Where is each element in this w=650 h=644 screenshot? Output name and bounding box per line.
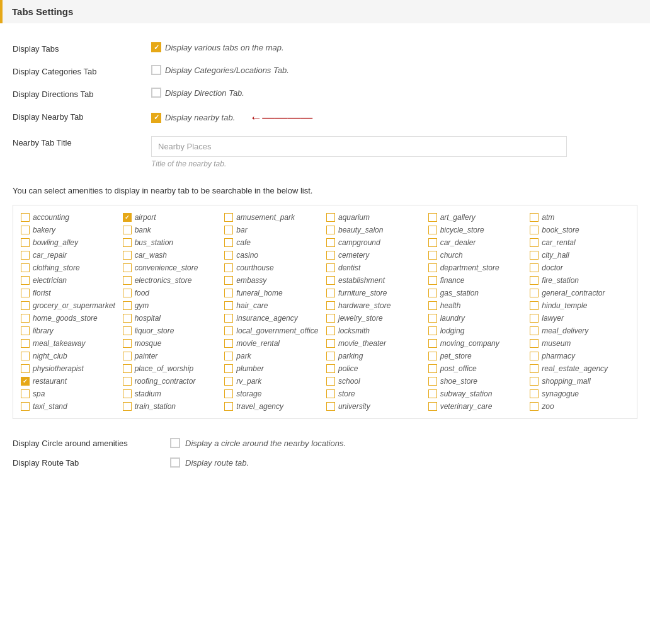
amenity-checkbox-book_store[interactable] bbox=[530, 226, 539, 234]
amenity-checkbox-bakery[interactable] bbox=[21, 226, 30, 234]
amenity-checkbox-hindu_temple[interactable] bbox=[530, 301, 539, 310]
amenity-checkbox-locksmith[interactable] bbox=[326, 326, 335, 335]
amenity-checkbox-courthouse[interactable] bbox=[224, 263, 233, 272]
amenity-checkbox-travel_agency[interactable] bbox=[224, 402, 233, 411]
amenity-checkbox-shopping_mall[interactable] bbox=[530, 377, 539, 386]
amenity-checkbox-clothing_store[interactable] bbox=[21, 263, 30, 272]
amenity-checkbox-accounting[interactable] bbox=[21, 213, 30, 222]
amenity-checkbox-food[interactable] bbox=[123, 289, 132, 297]
amenity-checkbox-mosque[interactable] bbox=[123, 339, 132, 348]
display-tabs-checkbox[interactable] bbox=[151, 42, 161, 52]
amenity-checkbox-hair_care[interactable] bbox=[224, 301, 233, 310]
amenity-checkbox-local_government_office[interactable] bbox=[224, 326, 233, 335]
amenity-checkbox-taxi_stand[interactable] bbox=[21, 402, 30, 411]
amenity-checkbox-shoe_store[interactable] bbox=[428, 377, 437, 386]
amenity-checkbox-restaurant[interactable] bbox=[21, 377, 30, 386]
amenity-checkbox-real_estate_agency[interactable] bbox=[530, 364, 539, 373]
amenity-checkbox-church[interactable] bbox=[428, 251, 437, 260]
amenity-checkbox-school[interactable] bbox=[326, 377, 335, 386]
amenity-checkbox-hospital[interactable] bbox=[123, 314, 132, 323]
amenity-checkbox-convenience_store[interactable] bbox=[123, 263, 132, 272]
amenity-checkbox-amusement_park[interactable] bbox=[224, 213, 233, 222]
display-directions-checkbox[interactable] bbox=[151, 88, 161, 98]
display-categories-checkbox[interactable] bbox=[151, 65, 161, 75]
amenity-checkbox-night_club[interactable] bbox=[21, 352, 30, 360]
amenity-checkbox-art_gallery[interactable] bbox=[428, 213, 437, 222]
amenity-checkbox-doctor[interactable] bbox=[530, 263, 539, 272]
amenity-checkbox-campground[interactable] bbox=[326, 238, 335, 247]
amenity-checkbox-park[interactable] bbox=[224, 352, 233, 360]
amenity-checkbox-car_repair[interactable] bbox=[21, 251, 30, 260]
amenity-checkbox-museum[interactable] bbox=[530, 339, 539, 348]
amenity-checkbox-hardware_store[interactable] bbox=[326, 301, 335, 310]
amenity-checkbox-meal_delivery[interactable] bbox=[530, 326, 539, 335]
amenity-checkbox-subway_station[interactable] bbox=[428, 389, 437, 398]
amenity-checkbox-bicycle_store[interactable] bbox=[428, 226, 437, 234]
nearby-title-input[interactable] bbox=[151, 136, 567, 157]
amenity-checkbox-store[interactable] bbox=[326, 389, 335, 398]
amenity-checkbox-home_goods_store[interactable] bbox=[21, 314, 30, 323]
amenity-checkbox-laundry[interactable] bbox=[428, 314, 437, 323]
display-nearby-checkbox-wrapper[interactable]: Display nearby tab. bbox=[151, 113, 235, 123]
amenity-checkbox-department_store[interactable] bbox=[428, 263, 437, 272]
amenity-checkbox-spa[interactable] bbox=[21, 389, 30, 398]
amenity-checkbox-moving_company[interactable] bbox=[428, 339, 437, 348]
amenity-checkbox-liquor_store[interactable] bbox=[123, 326, 132, 335]
amenity-checkbox-post_office[interactable] bbox=[428, 364, 437, 373]
amenity-checkbox-library[interactable] bbox=[21, 326, 30, 335]
amenity-checkbox-beauty_salon[interactable] bbox=[326, 226, 335, 234]
amenity-checkbox-storage[interactable] bbox=[224, 389, 233, 398]
amenity-checkbox-movie_theater[interactable] bbox=[326, 339, 335, 348]
amenity-checkbox-pet_store[interactable] bbox=[428, 352, 437, 360]
amenity-checkbox-bus_station[interactable] bbox=[123, 238, 132, 247]
amenity-checkbox-casino[interactable] bbox=[224, 251, 233, 260]
amenity-checkbox-university[interactable] bbox=[326, 402, 335, 411]
amenity-checkbox-general_contractor[interactable] bbox=[530, 289, 539, 297]
amenity-checkbox-cafe[interactable] bbox=[224, 238, 233, 247]
amenity-checkbox-car_wash[interactable] bbox=[123, 251, 132, 260]
amenity-checkbox-dentist[interactable] bbox=[326, 263, 335, 272]
amenity-checkbox-gas_station[interactable] bbox=[428, 289, 437, 297]
amenity-checkbox-painter[interactable] bbox=[123, 352, 132, 360]
amenity-checkbox-rv_park[interactable] bbox=[224, 377, 233, 386]
amenity-checkbox-aquarium[interactable] bbox=[326, 213, 335, 222]
amenity-checkbox-lodging[interactable] bbox=[428, 326, 437, 335]
amenity-checkbox-florist[interactable] bbox=[21, 289, 30, 297]
amenity-checkbox-gym[interactable] bbox=[123, 301, 132, 310]
amenity-checkbox-pharmacy[interactable] bbox=[530, 352, 539, 360]
amenity-checkbox-fire_station[interactable] bbox=[530, 276, 539, 285]
amenity-checkbox-bowling_alley[interactable] bbox=[21, 238, 30, 247]
amenity-checkbox-car_rental[interactable] bbox=[530, 238, 539, 247]
display-directions-checkbox-wrapper[interactable]: Display Direction Tab. bbox=[151, 88, 244, 98]
amenity-checkbox-jewelry_store[interactable] bbox=[326, 314, 335, 323]
amenity-checkbox-furniture_store[interactable] bbox=[326, 289, 335, 297]
amenity-checkbox-veterinary_care[interactable] bbox=[428, 402, 437, 411]
display-nearby-checkbox[interactable] bbox=[151, 113, 161, 123]
amenity-checkbox-finance[interactable] bbox=[428, 276, 437, 285]
amenity-checkbox-car_dealer[interactable] bbox=[428, 238, 437, 247]
amenity-checkbox-parking[interactable] bbox=[326, 352, 335, 360]
amenity-checkbox-physiotherapist[interactable] bbox=[21, 364, 30, 373]
amenity-checkbox-atm[interactable] bbox=[530, 213, 539, 222]
amenity-checkbox-zoo[interactable] bbox=[530, 402, 539, 411]
amenity-checkbox-roofing_contractor[interactable] bbox=[123, 377, 132, 386]
amenity-checkbox-plumber[interactable] bbox=[224, 364, 233, 373]
amenity-checkbox-police[interactable] bbox=[326, 364, 335, 373]
amenity-checkbox-meal_takeaway[interactable] bbox=[21, 339, 30, 348]
amenity-checkbox-movie_rental[interactable] bbox=[224, 339, 233, 348]
amenity-checkbox-electronics_store[interactable] bbox=[123, 276, 132, 285]
display-route-checkbox[interactable] bbox=[170, 457, 180, 468]
amenity-checkbox-stadium[interactable] bbox=[123, 389, 132, 398]
display-tabs-checkbox-wrapper[interactable]: Display various tabs on the map. bbox=[151, 42, 284, 52]
amenity-checkbox-electrician[interactable] bbox=[21, 276, 30, 285]
amenity-checkbox-health[interactable] bbox=[428, 301, 437, 310]
amenity-checkbox-grocery_or_supermarket[interactable] bbox=[21, 301, 30, 310]
amenity-checkbox-bank[interactable] bbox=[123, 226, 132, 234]
amenity-checkbox-city_hall[interactable] bbox=[530, 251, 539, 260]
amenity-checkbox-synagogue[interactable] bbox=[530, 389, 539, 398]
amenity-checkbox-place_of_worship[interactable] bbox=[123, 364, 132, 373]
amenity-checkbox-bar[interactable] bbox=[224, 226, 233, 234]
amenity-checkbox-insurance_agency[interactable] bbox=[224, 314, 233, 323]
amenity-checkbox-funeral_home[interactable] bbox=[224, 289, 233, 297]
display-categories-checkbox-wrapper[interactable]: Display Categories/Locations Tab. bbox=[151, 65, 289, 75]
